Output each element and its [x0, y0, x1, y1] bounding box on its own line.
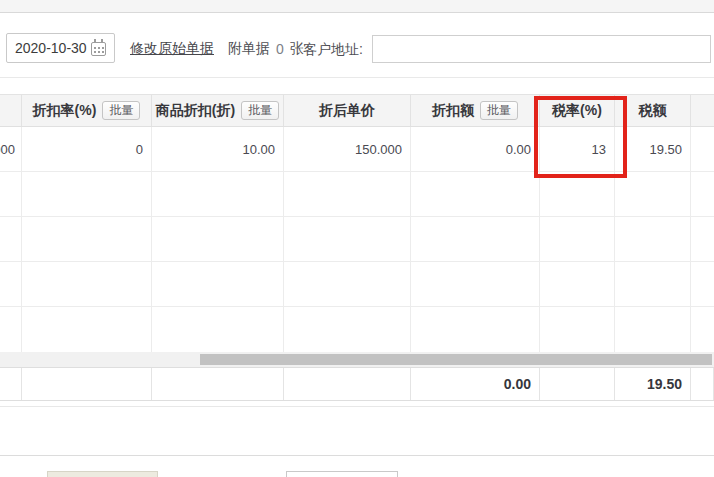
cell-discounted-price[interactable]	[284, 262, 411, 306]
total-discounted-price	[284, 368, 411, 400]
cell-rowno[interactable]	[0, 307, 22, 352]
cell-rowno[interactable]	[0, 217, 22, 261]
attach-doc-label: 附单据	[228, 40, 270, 58]
batch-button-product-discount[interactable]: 批量	[241, 101, 279, 120]
horizontal-scrollbar[interactable]	[0, 352, 714, 367]
cell-tax-rate[interactable]	[540, 172, 615, 216]
bottom-right-button-partial[interactable]	[286, 471, 398, 477]
table-row	[0, 217, 714, 262]
cell-discount-rate[interactable]	[22, 217, 152, 261]
total-discount-amount: 0.00	[411, 368, 540, 400]
cell-product-discount[interactable]	[152, 307, 284, 352]
toolbar-links: 修改原始单据 附单据 0 张	[130, 40, 304, 58]
cell-extra[interactable]	[691, 127, 714, 171]
col-header-discount-rate: 折扣率(%) 批量	[22, 95, 152, 126]
cell-product-discount[interactable]: 10.00	[152, 127, 284, 171]
cell-discount-amount[interactable]: 0.00	[411, 127, 540, 171]
col-header-product-discount: 商品折扣(折) 批量	[152, 95, 284, 126]
total-tax-rate	[540, 368, 615, 400]
cell-tax-rate[interactable]	[540, 262, 615, 306]
cell-discount-amount[interactable]	[411, 172, 540, 216]
customer-address-label: 客户地址:	[303, 41, 363, 59]
attach-doc-count: 0	[276, 41, 284, 57]
scrollbar-thumb[interactable]	[200, 354, 712, 365]
cell-rowno[interactable]	[0, 172, 22, 216]
cell-extra[interactable]	[691, 217, 714, 261]
cell-tax-amount[interactable]	[615, 307, 691, 352]
col-header-extra	[691, 95, 714, 126]
date-input[interactable]: 2020-10-30	[6, 33, 115, 63]
cell-discount-rate[interactable]	[22, 172, 152, 216]
cell-discounted-price[interactable]: 150.000	[284, 127, 411, 171]
cell-discount-amount[interactable]	[411, 262, 540, 306]
bottom-left-button-partial[interactable]	[47, 471, 158, 477]
col-header-discounted-price: 折后单价	[284, 95, 411, 126]
cell-discounted-price[interactable]	[284, 172, 411, 216]
cell-product-discount[interactable]	[152, 217, 284, 261]
cell-extra[interactable]	[691, 307, 714, 352]
cell-discounted-price[interactable]	[284, 307, 411, 352]
cell-discount-rate[interactable]: 0	[22, 127, 152, 171]
table-row	[0, 307, 714, 352]
cell-tax-amount[interactable]	[615, 172, 691, 216]
cell-rowno[interactable]: 000	[0, 127, 22, 171]
divider	[0, 406, 714, 407]
batch-button-discount-rate[interactable]: 批量	[102, 101, 140, 120]
divider	[0, 77, 714, 78]
totals-row: 0.00 19.50	[0, 367, 714, 401]
col-header-discount-amount: 折扣额 批量	[411, 95, 540, 126]
total-extra	[691, 368, 714, 400]
total-rowno	[0, 368, 22, 400]
customer-address-input[interactable]	[372, 35, 711, 63]
cell-discount-amount[interactable]	[411, 217, 540, 261]
cell-tax-amount[interactable]	[615, 262, 691, 306]
cell-extra[interactable]	[691, 262, 714, 306]
cell-discount-amount[interactable]	[411, 307, 540, 352]
cell-discount-rate[interactable]	[22, 262, 152, 306]
top-strip	[0, 0, 714, 13]
cell-extra[interactable]	[691, 172, 714, 216]
total-tax-amount: 19.50	[615, 368, 691, 400]
cell-rowno[interactable]	[0, 262, 22, 306]
divider	[0, 455, 714, 456]
cell-discounted-price[interactable]	[284, 217, 411, 261]
table-row: 000 0 10.00 150.000 0.00 13 19.50	[0, 127, 714, 172]
total-discount-rate	[22, 368, 152, 400]
cell-tax-rate[interactable]: 13	[540, 127, 615, 171]
col-header-tax-rate: 税率(%)	[540, 95, 615, 126]
total-product-discount	[152, 368, 284, 400]
cell-tax-amount[interactable]	[615, 217, 691, 261]
calendar-icon[interactable]	[91, 42, 106, 56]
cell-tax-rate[interactable]	[540, 307, 615, 352]
cell-discount-rate[interactable]	[22, 307, 152, 352]
cell-product-discount[interactable]	[152, 262, 284, 306]
col-header-tax-amount: 税额	[615, 95, 691, 126]
cell-tax-amount[interactable]: 19.50	[615, 127, 691, 171]
attach-doc-unit: 张	[290, 40, 304, 58]
table-row	[0, 262, 714, 307]
table-row	[0, 172, 714, 217]
col-header-rowno	[0, 95, 22, 126]
batch-button-discount-amount[interactable]: 批量	[480, 101, 518, 120]
modify-original-doc-link[interactable]: 修改原始单据	[130, 40, 214, 58]
table-header-row: 折扣率(%) 批量 商品折扣(折) 批量 折后单价 折扣额 批量 税率(%) 税…	[0, 94, 714, 127]
date-value: 2020-10-30	[15, 40, 87, 56]
cell-tax-rate[interactable]	[540, 217, 615, 261]
cell-product-discount[interactable]	[152, 172, 284, 216]
